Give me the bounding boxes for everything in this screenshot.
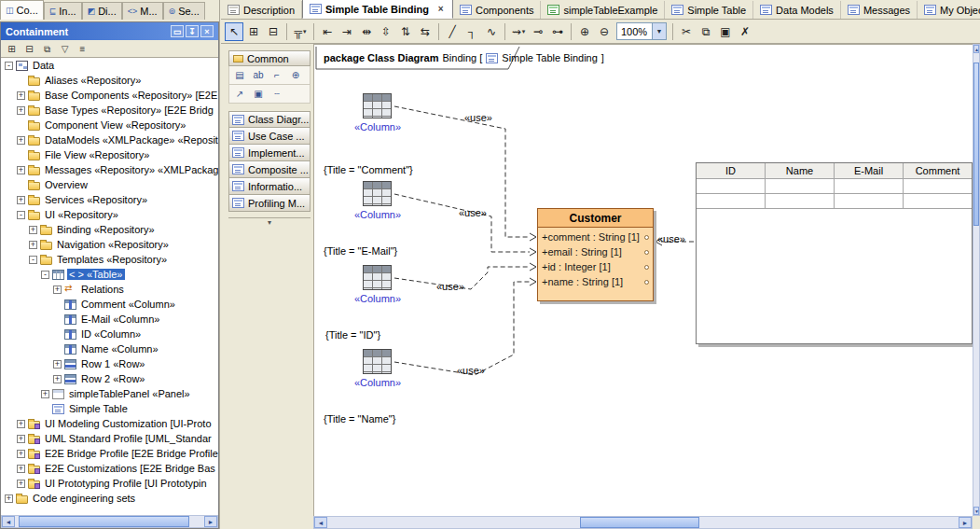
expand-toggle[interactable]: +	[29, 241, 37, 249]
delete-button[interactable]: ✗	[736, 22, 754, 41]
tree-item-e-mail-column[interactable]: E-Mail «Column»	[1, 312, 218, 327]
quick-diagram-layout-button[interactable]: ╦▾	[291, 22, 310, 41]
use-stereotype-label[interactable]: «use»	[464, 112, 492, 123]
column-title-note[interactable]: {Title = "Name"}	[324, 413, 395, 425]
tree-item-relations[interactable]: +Relations	[1, 282, 218, 297]
table-cell[interactable]	[766, 179, 835, 193]
attribute-row[interactable]: +id : Integer [1]	[538, 259, 653, 274]
expand-toggle[interactable]: +	[17, 480, 25, 488]
tree-menu-button[interactable]: ≡	[75, 42, 90, 56]
left-tab-inheritance[interactable]: ⊑In...	[44, 2, 82, 20]
tree-item-component-view-repository[interactable]: Component View «Repository»	[1, 118, 218, 132]
rectilinear-path-style-button[interactable]: ┐	[462, 22, 481, 41]
table-cell[interactable]	[904, 194, 972, 208]
tab-simple-table[interactable]: Simple Table	[665, 1, 753, 19]
expand-toggle[interactable]: +	[29, 226, 37, 234]
tree-item-e2e-bridge-profile-e2e-bridge-profile[interactable]: +E2E Bridge Profile [E2E Bridge Profile	[1, 446, 218, 461]
scroll-up-button[interactable]: ▲	[973, 45, 979, 53]
tab-data-models[interactable]: Data Models	[753, 1, 841, 19]
column-stereotype[interactable]: «Column»	[348, 209, 407, 220]
tree-item-file-view-repository[interactable]: File View «Repository»	[1, 147, 218, 162]
scrollbar-track[interactable]	[327, 517, 959, 528]
tree-item-base-types-repository-e2e-bridg[interactable]: +Base Types «Repository» [E2E Bridg	[1, 103, 218, 118]
palette-group-profiling-mechanism[interactable]: Profiling M...	[228, 195, 311, 212]
zoom-level-combo[interactable]: 100%▼	[616, 22, 667, 40]
palette-group-composite-structure-diagram[interactable]: Composite ...	[228, 161, 311, 178]
tree-item-e2e-customizations-e2e-bridge-bas[interactable]: +E2E Customizations [E2E Bridge Bas	[1, 461, 218, 476]
palette-group-class-diagram[interactable]: Class Diagr...	[228, 111, 311, 128]
scroll-left-button[interactable]: ◄	[314, 517, 327, 528]
expand-toggle[interactable]: +	[17, 91, 25, 100]
oblique-path-style-button[interactable]: ╱	[443, 22, 462, 41]
attribute-row[interactable]: +name : String [1]	[538, 274, 653, 289]
open-in-new-tree-button[interactable]: ⧉	[39, 42, 55, 56]
make-same-width-button[interactable]: ⇤	[318, 22, 337, 41]
column-shape-icon[interactable]	[363, 93, 392, 118]
pin-button[interactable]: ↧	[186, 25, 199, 37]
vertical-tree-mode-button[interactable]: ⊟	[264, 22, 283, 41]
scroll-down-button[interactable]: ▼	[973, 507, 979, 515]
tree-item-base-components-repository-e2e[interactable]: +Base Components «Repository» [E2E	[1, 88, 218, 103]
align-left-button[interactable]: ⇆	[416, 22, 435, 41]
table-header-e-mail[interactable]: E-Mail	[835, 163, 904, 178]
close-icon[interactable]: ×	[435, 4, 446, 14]
scrollbar-thumb[interactable]	[19, 516, 189, 527]
distribute-vertically-button[interactable]: ⇳	[377, 22, 395, 41]
palette-group-information-flow-diagram[interactable]: Informatio...	[228, 178, 311, 195]
table-cell[interactable]	[835, 194, 904, 208]
table-cell[interactable]	[697, 179, 766, 193]
column-stereotype[interactable]: «Column»	[348, 377, 407, 388]
tree-item-data[interactable]: -Data	[1, 58, 218, 73]
anchor-tool[interactable]: ⌐	[268, 67, 286, 83]
tree-item-ui-repository[interactable]: -UI «Repository»	[1, 207, 218, 222]
column-shape-icon[interactable]	[363, 265, 392, 290]
attribute-row[interactable]: +comment : String [1]	[538, 230, 653, 244]
tab-simple-table-binding[interactable]: Simple Table Binding×	[302, 0, 453, 19]
tree-item-services-repository[interactable]: +Services «Repository»	[1, 192, 218, 207]
expand-toggle[interactable]: +	[17, 465, 25, 473]
image-shape-tool[interactable]: ▣	[249, 86, 268, 102]
expand-toggle[interactable]: +	[41, 390, 49, 398]
column-title-note[interactable]: {Title = "E-Mail"}	[324, 245, 397, 257]
table-empty-area[interactable]	[697, 209, 972, 343]
text-tool[interactable]: ab	[249, 67, 268, 83]
expand-toggle[interactable]: +	[17, 166, 25, 174]
separator-tool[interactable]: ┄	[268, 86, 286, 102]
expand-toggle[interactable]: +	[5, 494, 13, 503]
palette-group-implementation-diagram[interactable]: Implement...	[228, 145, 311, 161]
zoom-out-button[interactable]: ⊖	[595, 22, 614, 41]
expand-toggle[interactable]: +	[53, 375, 62, 383]
scrollbar-track[interactable]	[15, 516, 204, 527]
table-header-comment[interactable]: Comment	[904, 163, 972, 178]
stamp-mode-button[interactable]: ⊞	[244, 22, 263, 41]
table-header-id[interactable]: ID	[697, 163, 766, 178]
note-tool[interactable]: ▤	[230, 67, 249, 83]
tab-components[interactable]: Components	[453, 1, 541, 19]
tree-item-simpletablepanel-panel[interactable]: +simpleTablePanel «Panel»	[1, 386, 218, 401]
column-stereotype[interactable]: «Column»	[348, 293, 407, 304]
diagram-canvas[interactable]: package Class Diagram Binding [ Simple T…	[313, 44, 973, 516]
tree-item-uml-standard-profile-uml-standar[interactable]: +UML Standard Profile [UML_Standar	[1, 431, 218, 446]
left-tab-search[interactable]: ⊚Se...	[163, 2, 205, 20]
tree-item-simple-table[interactable]: Simple Table	[1, 401, 218, 416]
tree-item-comment-column[interactable]: Comment «Column»	[1, 297, 218, 312]
dependency-tool[interactable]: ↗	[230, 86, 249, 102]
collapse-all-button[interactable]: ⊟	[21, 42, 37, 56]
expand-toggle[interactable]: +	[17, 106, 25, 115]
palette-splitter[interactable]: ▾	[228, 217, 311, 228]
tree-item-navigation-repository[interactable]: +Navigation «Repository»	[1, 237, 218, 252]
column-title-note[interactable]: {Title = "ID"}	[325, 329, 380, 341]
scroll-right-button[interactable]: ►	[959, 517, 972, 528]
tab-messages[interactable]: Messages	[841, 1, 918, 19]
table-cell[interactable]	[697, 194, 766, 208]
table-cell[interactable]	[904, 179, 972, 193]
bezier-path-style-button[interactable]: ∿	[482, 22, 501, 41]
column-title-note[interactable]: {Title = "Comment"}	[324, 164, 413, 175]
canvas-hscrollbar[interactable]: ◄ ►	[313, 516, 973, 529]
table-cell[interactable]	[766, 194, 835, 208]
column-shape-icon[interactable]	[363, 181, 392, 206]
table-cell[interactable]	[835, 179, 904, 193]
attribute-row[interactable]: +email : String [1]	[538, 244, 653, 259]
left-tab-model-extensions[interactable]: <>M...	[122, 2, 163, 20]
customer-class[interactable]: Customer +comment : String [1]+email : S…	[537, 208, 654, 301]
